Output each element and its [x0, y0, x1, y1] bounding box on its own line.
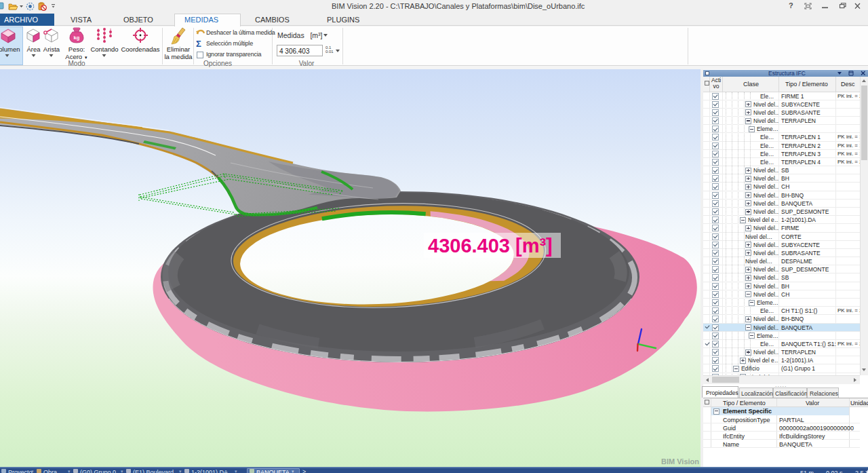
svg-text:kg: kg: [74, 35, 80, 41]
svg-text:4306.403 [m³]: 4306.403 [m³]: [428, 235, 553, 257]
svg-text:BIM Vision: BIM Vision: [661, 457, 699, 466]
